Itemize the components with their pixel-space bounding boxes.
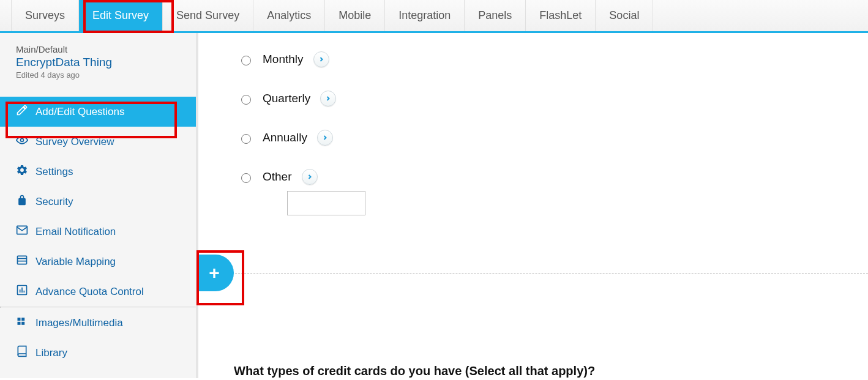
eye-icon — [16, 134, 28, 149]
survey-meta: Main/Default EncryptData Thing Edited 4 … — [0, 33, 196, 86]
option-expand-button[interactable] — [320, 91, 336, 106]
next-question-heading: What types of credit cards do you have (… — [234, 364, 595, 378]
gear-icon — [16, 164, 28, 179]
option-label: Quarterly — [263, 92, 310, 105]
other-text-input[interactable] — [287, 191, 365, 215]
tab-label: Mobile — [339, 9, 371, 22]
sidebar-item-images-multimedia[interactable]: Images/Multimedia — [0, 308, 196, 338]
tab-label: Integration — [398, 9, 451, 22]
sidebar-item-advance-quota[interactable]: Advance Quota Control — [0, 277, 196, 307]
edited-timestamp: Edited 4 days ago — [16, 70, 196, 80]
sidebar-item-label: Library — [36, 347, 67, 359]
sidebar-item-email-notification[interactable]: Email Notification — [0, 217, 196, 247]
option-label: Monthly — [263, 53, 304, 66]
svg-rect-2 — [18, 256, 27, 264]
option-expand-button[interactable] — [313, 51, 329, 67]
tab-label: Analytics — [267, 9, 311, 22]
option-label: Annually — [263, 131, 307, 144]
tab-label: Social — [609, 9, 639, 22]
option-expand-button[interactable] — [317, 130, 333, 146]
lock-icon — [16, 194, 28, 209]
svg-rect-12 — [21, 322, 24, 325]
tab-label: Send Survey — [176, 9, 239, 22]
option-row: Quarterly — [238, 91, 868, 106]
tab-analytics[interactable]: Analytics — [253, 0, 325, 31]
option-radio-other[interactable] — [241, 173, 251, 183]
chevron-right-icon — [306, 170, 313, 184]
book-icon — [16, 345, 28, 360]
option-radio-monthly[interactable] — [241, 56, 251, 65]
option-row: Annually — [238, 130, 868, 146]
svg-point-0 — [21, 139, 24, 142]
sidebar-item-label: Email Notification — [36, 226, 116, 238]
tab-social[interactable]: Social — [596, 0, 653, 31]
tab-panels[interactable]: Panels — [465, 0, 526, 31]
tab-surveys[interactable]: Surveys — [11, 0, 79, 31]
option-row: Monthly — [238, 51, 868, 67]
option-row: Other — [238, 169, 868, 185]
tab-label: Surveys — [25, 9, 65, 22]
tab-mobile[interactable]: Mobile — [325, 0, 385, 31]
tab-edit-survey[interactable]: Edit Survey — [79, 0, 163, 31]
main-panel: Monthly Quarterly Annually — [196, 33, 868, 378]
sidebar-item-variable-mapping[interactable]: Variable Mapping — [0, 247, 196, 277]
envelope-icon — [16, 224, 28, 239]
question-options: Monthly Quarterly Annually — [198, 33, 868, 215]
tab-integration[interactable]: Integration — [385, 0, 465, 31]
option-radio-quarterly[interactable] — [241, 95, 251, 105]
sidebar-item-label: Images/Multimedia — [36, 317, 123, 329]
side-nav: Add/Edit Questions Survey Overview Setti… — [0, 97, 196, 368]
sidebar-item-settings[interactable]: Settings — [0, 157, 196, 187]
plus-icon: + — [209, 264, 220, 282]
chevron-right-icon — [324, 92, 332, 105]
option-radio-annually[interactable] — [241, 134, 251, 144]
svg-rect-11 — [18, 322, 21, 325]
sidebar-item-label: Survey Overview — [36, 136, 114, 148]
chevron-right-icon — [321, 131, 329, 144]
sidebar-item-label: Advance Quota Control — [36, 286, 144, 298]
chevron-right-icon — [318, 53, 325, 66]
sidebar-item-security[interactable]: Security — [0, 187, 196, 217]
sidebar-item-label: Settings — [36, 166, 73, 178]
top-tab-bar: Surveys Edit Survey Send Survey Analytic… — [0, 0, 868, 33]
list-icon — [16, 254, 28, 269]
tab-flashlet[interactable]: FlashLet — [526, 0, 596, 31]
content-area: Main/Default EncryptData Thing Edited 4 … — [0, 33, 868, 378]
survey-title[interactable]: EncryptData Thing — [16, 56, 196, 69]
breadcrumb: Main/Default — [16, 44, 196, 54]
pencil-square-icon — [16, 104, 28, 119]
sidebar-item-library[interactable]: Library — [0, 338, 196, 368]
tab-send-survey[interactable]: Send Survey — [163, 0, 253, 31]
tab-label: FlashLet — [539, 9, 582, 22]
question-divider — [198, 273, 868, 274]
add-question-button[interactable]: + — [198, 255, 234, 291]
sidebar-item-label: Variable Mapping — [36, 256, 116, 268]
sidebar-item-label: Security — [36, 196, 73, 208]
sidebar-item-add-edit-questions[interactable]: Add/Edit Questions — [0, 97, 196, 127]
option-label: Other — [263, 170, 292, 184]
images-icon — [16, 315, 28, 330]
svg-rect-10 — [21, 318, 24, 321]
tab-label: Panels — [478, 9, 512, 22]
svg-rect-9 — [18, 318, 21, 321]
tab-label: Edit Survey — [92, 9, 149, 22]
option-expand-button[interactable] — [302, 169, 318, 185]
sidebar-item-survey-overview[interactable]: Survey Overview — [0, 127, 196, 157]
sidebar: Main/Default EncryptData Thing Edited 4 … — [0, 33, 196, 378]
bar-chart-icon — [16, 284, 28, 299]
sidebar-item-label: Add/Edit Questions — [36, 106, 125, 118]
